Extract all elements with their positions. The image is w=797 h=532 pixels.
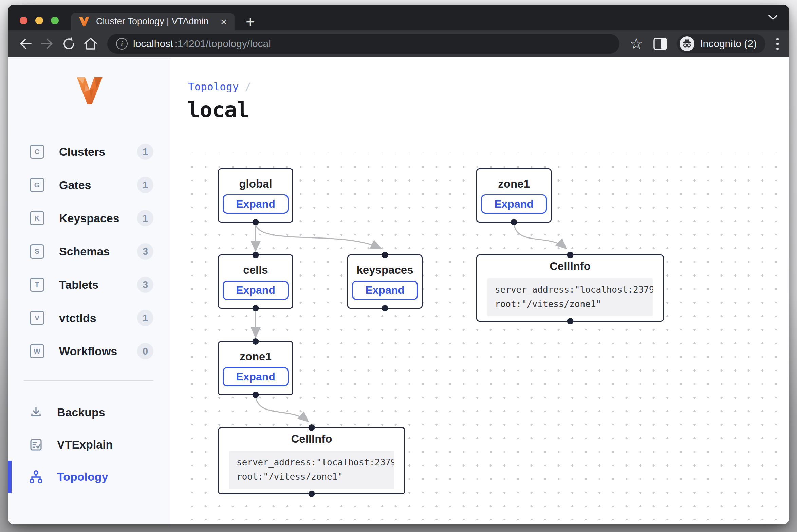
graph-node-cellinfo-bottom[interactable]: CellInfo server_address:"localhost:2379"… — [218, 427, 405, 494]
connection-port — [567, 318, 573, 324]
expand-button[interactable]: Expand — [223, 367, 289, 386]
connection-port — [382, 252, 388, 258]
count-badge: 1 — [137, 210, 153, 226]
sidebar-item-backups[interactable]: Backups — [8, 396, 170, 429]
connection-port — [382, 305, 388, 311]
tablets-icon: T — [30, 278, 44, 292]
active-item-indicator — [8, 461, 12, 493]
count-badge: 1 — [137, 144, 153, 160]
tab-close-icon[interactable]: × — [220, 16, 227, 27]
forward-button[interactable] — [39, 35, 56, 52]
address-bar[interactable]: i localhost:14201/topology/local — [107, 34, 619, 54]
clusters-icon: C — [30, 145, 44, 159]
connection-port — [309, 491, 315, 497]
graph-node-cells[interactable]: cells Expand — [218, 254, 293, 309]
sidebar-item-keyspaces[interactable]: K Keyspaces 1 — [8, 202, 170, 235]
expand-button[interactable]: Expand — [481, 194, 547, 214]
expand-button[interactable]: Expand — [223, 194, 289, 214]
node-title: zone1 — [240, 350, 272, 363]
connection-port — [309, 424, 315, 431]
node-title: cells — [243, 264, 268, 277]
vitess-favicon — [78, 16, 90, 27]
side-panel-icon[interactable] — [653, 37, 667, 50]
workflows-icon: W — [30, 344, 44, 358]
node-title: global — [239, 177, 272, 190]
keyspaces-icon: K — [30, 211, 44, 225]
vtctlds-icon: V — [30, 311, 44, 325]
vitess-logo — [74, 74, 105, 107]
graph-node-zone1[interactable]: zone1 Expand — [476, 168, 552, 223]
schemas-icon: S — [30, 244, 44, 259]
document-check-icon — [29, 438, 43, 452]
cellinfo-code: server_address:"localhost:2379" root:"/v… — [487, 278, 653, 316]
sidebar-item-gates[interactable]: G Gates 1 — [8, 168, 170, 202]
home-button[interactable] — [82, 35, 99, 52]
tab-title: Cluster Topology | VTAdmin — [96, 16, 214, 27]
back-button[interactable] — [17, 35, 34, 52]
expand-button[interactable]: Expand — [352, 281, 418, 300]
sidebar-divider — [24, 380, 153, 381]
connection-port — [253, 252, 259, 258]
browser-tab[interactable]: Cluster Topology | VTAdmin × — [71, 13, 235, 30]
sidebar-item-schemas[interactable]: S Schemas 3 — [8, 235, 170, 268]
tab-search-chevron-icon[interactable] — [768, 14, 778, 22]
sidebar-item-vtctlds[interactable]: V vtctlds 1 — [8, 301, 170, 335]
count-badge: 3 — [137, 243, 153, 260]
minimize-window-button[interactable] — [35, 17, 43, 24]
expand-button[interactable]: Expand — [223, 281, 289, 300]
download-icon — [29, 406, 43, 419]
node-title: CellInfo — [291, 433, 332, 445]
connection-port — [511, 219, 517, 225]
window-controls[interactable] — [20, 17, 59, 24]
graph-node-keyspaces[interactable]: keyspaces Expand — [347, 254, 423, 309]
count-badge: 1 — [137, 177, 153, 193]
sidebar-item-workflows[interactable]: W Workflows 0 — [8, 335, 170, 368]
graph-node-cellinfo-right[interactable]: CellInfo server_address:"localhost:2379"… — [476, 254, 664, 322]
connection-port — [253, 338, 259, 345]
connection-port — [253, 219, 259, 225]
site-info-icon[interactable]: i — [116, 38, 128, 50]
profile-chip[interactable]: Incognito (2) — [677, 34, 765, 53]
cellinfo-code: server_address:"localhost:2379" root:"/v… — [229, 451, 394, 489]
sidebar-item-tablets[interactable]: T Tablets 3 — [8, 268, 170, 301]
sidebar-item-vtexplain[interactable]: VTExplain — [8, 429, 170, 461]
incognito-icon — [680, 36, 694, 51]
node-title: CellInfo — [550, 260, 591, 273]
url-host: localhost — [133, 38, 173, 50]
connection-port — [253, 392, 259, 398]
count-badge: 1 — [137, 310, 153, 326]
connection-port — [567, 252, 573, 258]
count-badge: 0 — [137, 343, 153, 359]
sidebar-tools: Backups VTExplain — [8, 396, 170, 493]
node-title: zone1 — [498, 177, 530, 190]
browser-menu-icon[interactable] — [775, 37, 780, 51]
graph-node-global[interactable]: global Expand — [218, 168, 293, 223]
url-path: :14201/topology/local — [174, 38, 271, 50]
browser-toolbar: i localhost:14201/topology/local ☆ Incog… — [8, 30, 789, 57]
sidebar-item-clusters[interactable]: C Clusters 1 — [8, 135, 170, 168]
profile-label: Incognito (2) — [700, 38, 757, 50]
bookmark-star-icon[interactable]: ☆ — [630, 36, 643, 51]
reload-button[interactable] — [60, 35, 77, 52]
topology-page: Topology/ local global Expand — [170, 57, 789, 524]
sidebar-item-topology[interactable]: Topology — [8, 461, 170, 493]
topology-icon — [29, 470, 43, 484]
browser-window: Cluster Topology | VTAdmin × + i localho… — [8, 5, 789, 524]
new-tab-button[interactable]: + — [246, 14, 255, 29]
count-badge: 3 — [137, 277, 153, 293]
zoom-window-button[interactable] — [51, 17, 59, 24]
node-title: keyspaces — [357, 264, 413, 277]
graph-node-zone1-lower[interactable]: zone1 Expand — [218, 341, 293, 395]
tab-strip: Cluster Topology | VTAdmin × + — [8, 5, 789, 30]
sidebar: C Clusters 1 G Gates 1 K Keyspaces 1 S S… — [8, 57, 170, 524]
connection-port — [253, 305, 259, 311]
gates-icon: G — [30, 178, 44, 192]
close-window-button[interactable] — [20, 17, 27, 24]
sidebar-nav: C Clusters 1 G Gates 1 K Keyspaces 1 S S… — [8, 135, 170, 368]
